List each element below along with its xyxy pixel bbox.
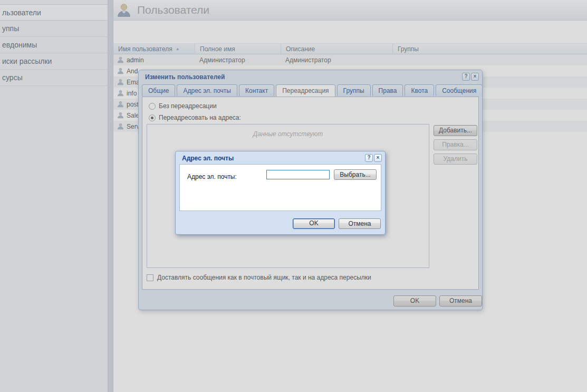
- email-address-label: Адрес эл. почты:: [187, 173, 237, 180]
- email-address-input[interactable]: [266, 170, 330, 179]
- address-dialog-tools: ? ×: [365, 154, 382, 162]
- address-dialog-cancel-button[interactable]: Отмена: [339, 218, 381, 229]
- address-dialog-content: Адрес эл. почты: Выбрать...: [179, 164, 381, 211]
- close-icon[interactable]: ×: [374, 154, 382, 162]
- choose-button[interactable]: Выбрать...: [334, 169, 377, 180]
- address-dialog-ok-button[interactable]: OK: [293, 218, 335, 229]
- email-address-dialog: Адрес эл. почты ? × Адрес эл. почты: Выб…: [175, 151, 386, 235]
- address-dialog-title: Адрес эл. почты: [182, 155, 234, 162]
- help-icon[interactable]: ?: [365, 154, 373, 162]
